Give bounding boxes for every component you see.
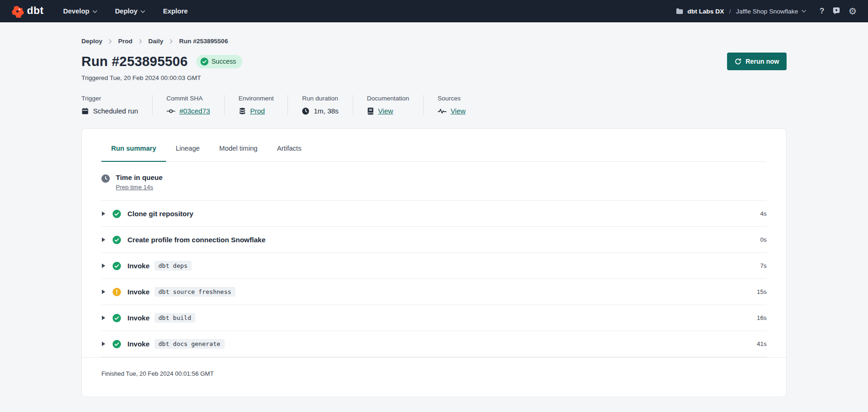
step-duration: 4s xyxy=(760,210,767,217)
feedback-icon[interactable] xyxy=(832,7,841,15)
page-title: Run #253895506 xyxy=(81,54,188,69)
step-command-chip: dbt docs generate xyxy=(154,339,225,349)
org-name[interactable]: dbt Labs DX xyxy=(688,8,724,15)
meta-environment-label: Environment xyxy=(239,95,274,102)
time-in-queue-block: Time in queue Prep time 14s xyxy=(101,162,767,201)
org-project-separator: / xyxy=(728,8,732,15)
step-command-chip: dbt source freshness xyxy=(154,287,236,297)
meta-duration-value: 1m, 38s xyxy=(314,107,338,115)
dbt-logo[interactable]: dbt xyxy=(11,5,44,18)
meta-sources-label: Sources xyxy=(438,95,466,102)
step-duration: 0s xyxy=(760,236,767,243)
expand-caret-icon[interactable] xyxy=(101,315,106,320)
step-invoke-dbt-build[interactable]: Invoke dbt build 16s xyxy=(101,305,767,331)
nav-develop-label: Develop xyxy=(63,7,89,15)
step-duration: 15s xyxy=(757,288,767,295)
step-invoke-dbt-source-freshness[interactable]: Invoke dbt source freshness 15s xyxy=(101,279,767,305)
chevron-right-icon xyxy=(109,39,112,44)
warning-icon xyxy=(113,288,121,296)
chevron-right-icon xyxy=(139,39,142,44)
top-navigation-bar: dbt Develop Deploy Explore dbt Labs DX /… xyxy=(0,0,868,22)
sources-view-link[interactable]: View xyxy=(451,107,466,115)
step-invoke-dbt-docs-generate[interactable]: Invoke dbt docs generate 41s xyxy=(101,331,767,357)
title-row: Run #253895506 Success Rerun now xyxy=(81,53,787,70)
environment-link[interactable]: Prod xyxy=(250,107,265,115)
breadcrumb-daily[interactable]: Daily xyxy=(148,38,163,45)
tab-artifacts[interactable]: Artifacts xyxy=(267,145,311,162)
nav-develop[interactable]: Develop xyxy=(63,7,97,15)
settings-gear-icon[interactable]: ⚙ xyxy=(848,7,857,16)
prep-time-link[interactable]: Prep time 14s xyxy=(116,184,153,191)
calendar-icon xyxy=(81,107,89,115)
breadcrumb-prod[interactable]: Prod xyxy=(118,38,133,45)
expand-caret-icon[interactable] xyxy=(101,341,106,346)
tab-run-summary[interactable]: Run summary xyxy=(101,145,166,162)
clock-icon xyxy=(302,107,309,115)
triggered-timestamp: Triggered Tue, 20 Feb 2024 00:00:03 GMT xyxy=(81,74,787,81)
run-metadata-row: Trigger Scheduled run Commit SHA #03ced7… xyxy=(81,95,787,115)
meta-commit-label: Commit SHA xyxy=(167,95,210,102)
topbar-right-section: dbt Labs DX / Jaffle Shop Snowflake ? ⚙ xyxy=(676,7,857,16)
success-check-icon xyxy=(113,314,121,322)
step-label: Invoke xyxy=(127,314,150,322)
success-check-icon xyxy=(113,210,121,218)
step-command-chip: dbt deps xyxy=(154,261,192,271)
step-create-profile[interactable]: Create profile from connection Snowflake… xyxy=(101,227,767,253)
commit-sha-link[interactable]: #03ced73 xyxy=(180,107,210,115)
meta-documentation: Documentation View xyxy=(353,95,423,115)
nav-deploy[interactable]: Deploy xyxy=(115,7,145,15)
queue-clock-icon xyxy=(101,174,110,191)
finished-timestamp: Finished Tue, 20 Feb 2024 00:01:56 GMT xyxy=(101,370,214,377)
step-duration: 7s xyxy=(760,262,767,269)
nav-deploy-label: Deploy xyxy=(115,7,137,15)
meta-trigger-value: Scheduled run xyxy=(93,107,138,115)
expand-caret-icon[interactable] xyxy=(101,211,106,216)
topbar-icon-group: ? ⚙ xyxy=(820,7,857,16)
project-switcher[interactable]: Jaffle Shop Snowflake xyxy=(736,8,806,15)
meta-run-duration: Run duration 1m, 38s xyxy=(287,95,352,115)
dbt-logo-mark-icon xyxy=(11,5,24,18)
step-label: Invoke xyxy=(127,340,150,348)
success-check-icon xyxy=(113,262,121,270)
database-icon xyxy=(239,107,246,115)
status-badge: Success xyxy=(196,55,243,68)
rerun-now-button[interactable]: Rerun now xyxy=(727,53,787,70)
page-header-area: Deploy Prod Daily Run #253895506 Run #25… xyxy=(0,38,868,115)
refresh-icon xyxy=(734,58,741,65)
nav-explore-label: Explore xyxy=(163,7,187,15)
expand-caret-icon[interactable] xyxy=(101,237,106,242)
nav-explore[interactable]: Explore xyxy=(163,7,187,15)
help-icon[interactable]: ? xyxy=(820,7,824,16)
queue-title: Time in queue xyxy=(116,173,163,181)
chevron-down-icon xyxy=(93,10,97,13)
step-label: Invoke xyxy=(127,288,150,296)
breadcrumb-run: Run #253895506 xyxy=(179,38,228,45)
tab-lineage[interactable]: Lineage xyxy=(166,145,210,162)
chevron-down-icon xyxy=(801,10,806,13)
expand-caret-icon[interactable] xyxy=(101,263,106,268)
documentation-view-link[interactable]: View xyxy=(378,107,393,115)
step-duration: 16s xyxy=(757,314,767,321)
meta-environment: Environment Prod xyxy=(224,95,288,115)
step-invoke-dbt-deps[interactable]: Invoke dbt deps 7s xyxy=(101,253,767,279)
breadcrumb-deploy[interactable]: Deploy xyxy=(81,38,102,45)
expand-caret-icon[interactable] xyxy=(101,289,106,294)
step-label: Create profile from connection Snowflake xyxy=(127,236,266,244)
success-check-icon xyxy=(200,58,208,66)
step-label: Invoke xyxy=(127,262,150,270)
chevron-right-icon xyxy=(170,39,173,44)
step-duration: 41s xyxy=(757,340,767,347)
step-command-chip: dbt build xyxy=(154,313,195,323)
chevron-down-icon xyxy=(140,10,145,13)
tab-model-timing[interactable]: Model timing xyxy=(209,145,267,162)
success-check-icon xyxy=(113,340,121,348)
folder-icon xyxy=(676,8,683,14)
run-summary-card: Run summary Lineage Model timing Artifac… xyxy=(81,128,787,397)
run-tabs: Run summary Lineage Model timing Artifac… xyxy=(101,129,767,162)
status-badge-label: Success xyxy=(212,58,236,65)
step-clone-git-repository[interactable]: Clone git repository 4s xyxy=(101,201,767,227)
primary-nav: Develop Deploy Explore xyxy=(63,7,188,15)
rerun-now-label: Rerun now xyxy=(746,58,779,65)
meta-sources: Sources View xyxy=(423,95,480,115)
meta-commit-sha: Commit SHA #03ced73 xyxy=(152,95,224,115)
